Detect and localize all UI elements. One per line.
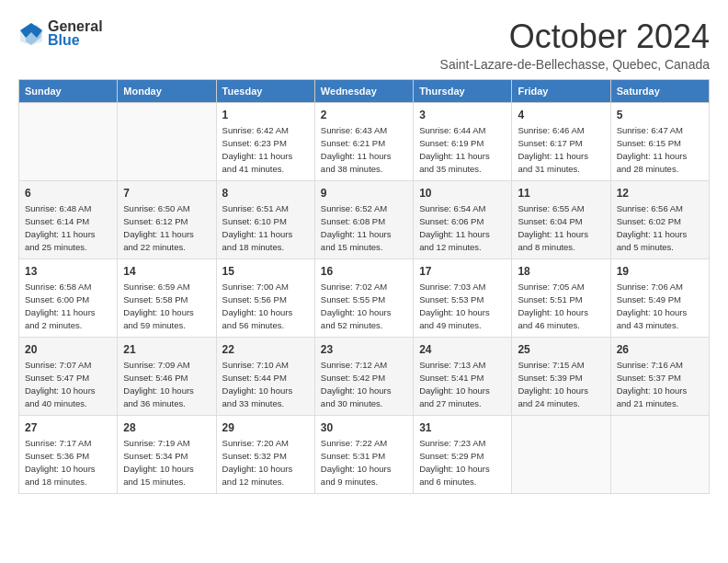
day-number: 12 xyxy=(617,186,703,201)
day-info: Sunrise: 7:17 AMSunset: 5:36 PMDaylight:… xyxy=(25,437,111,488)
calendar-cell: 12Sunrise: 6:56 AMSunset: 6:02 PMDayligh… xyxy=(610,180,709,259)
day-number: 10 xyxy=(419,186,506,201)
day-number: 4 xyxy=(518,108,604,123)
day-info: Sunrise: 6:44 AMSunset: 6:19 PMDaylight:… xyxy=(419,124,506,175)
day-info: Sunrise: 6:56 AMSunset: 6:02 PMDaylight:… xyxy=(617,202,703,253)
calendar-cell: 26Sunrise: 7:16 AMSunset: 5:37 PMDayligh… xyxy=(610,337,709,415)
calendar-cell: 20Sunrise: 7:07 AMSunset: 5:47 PMDayligh… xyxy=(19,337,118,415)
day-number: 6 xyxy=(25,186,111,201)
calendar-table: SundayMondayTuesdayWednesdayThursdayFrid… xyxy=(18,79,710,494)
day-info: Sunrise: 7:06 AMSunset: 5:49 PMDaylight:… xyxy=(617,281,703,331)
day-number: 16 xyxy=(321,264,407,280)
day-info: Sunrise: 6:51 AMSunset: 6:10 PMDaylight:… xyxy=(222,202,309,253)
day-number: 5 xyxy=(617,108,703,123)
day-info: Sunrise: 7:02 AMSunset: 5:55 PMDaylight:… xyxy=(321,281,407,331)
calendar-cell: 17Sunrise: 7:03 AMSunset: 5:53 PMDayligh… xyxy=(414,259,512,337)
day-info: Sunrise: 6:54 AMSunset: 6:06 PMDaylight:… xyxy=(419,202,506,253)
weekday-header: Monday xyxy=(118,79,216,102)
day-info: Sunrise: 6:52 AMSunset: 6:08 PMDaylight:… xyxy=(321,202,407,253)
day-info: Sunrise: 6:55 AMSunset: 6:04 PMDaylight:… xyxy=(518,202,604,253)
calendar-cell: 13Sunrise: 6:58 AMSunset: 6:00 PMDayligh… xyxy=(19,259,118,337)
day-number: 13 xyxy=(25,264,111,280)
weekday-header: Tuesday xyxy=(216,79,314,102)
day-info: Sunrise: 6:43 AMSunset: 6:21 PMDaylight:… xyxy=(321,124,407,175)
calendar-cell: 5Sunrise: 6:47 AMSunset: 6:15 PMDaylight… xyxy=(610,102,709,180)
calendar-cell: 8Sunrise: 6:51 AMSunset: 6:10 PMDaylight… xyxy=(216,180,314,259)
day-number: 17 xyxy=(419,264,506,280)
day-info: Sunrise: 6:46 AMSunset: 6:17 PMDaylight:… xyxy=(518,124,604,175)
day-info: Sunrise: 7:07 AMSunset: 5:47 PMDaylight:… xyxy=(25,359,111,409)
weekday-header: Saturday xyxy=(610,79,709,102)
calendar-cell xyxy=(512,415,610,493)
day-info: Sunrise: 7:03 AMSunset: 5:53 PMDaylight:… xyxy=(419,281,506,331)
page-header: General Blue October 2024 Saint-Lazare-d… xyxy=(18,18,710,72)
calendar-cell: 28Sunrise: 7:19 AMSunset: 5:34 PMDayligh… xyxy=(118,415,216,493)
logo-text: General Blue xyxy=(48,18,103,49)
day-number: 22 xyxy=(222,342,309,358)
day-info: Sunrise: 6:47 AMSunset: 6:15 PMDaylight:… xyxy=(617,124,703,175)
day-number: 29 xyxy=(222,420,309,436)
calendar-cell: 19Sunrise: 7:06 AMSunset: 5:49 PMDayligh… xyxy=(610,259,709,337)
weekday-header: Friday xyxy=(512,79,610,102)
day-info: Sunrise: 7:09 AMSunset: 5:46 PMDaylight:… xyxy=(123,359,210,409)
calendar-week-row: 20Sunrise: 7:07 AMSunset: 5:47 PMDayligh… xyxy=(19,337,710,415)
calendar-week-row: 1Sunrise: 6:42 AMSunset: 6:23 PMDaylight… xyxy=(19,102,710,180)
calendar-week-row: 13Sunrise: 6:58 AMSunset: 6:00 PMDayligh… xyxy=(19,259,710,337)
day-number: 25 xyxy=(518,342,604,358)
calendar-cell: 14Sunrise: 6:59 AMSunset: 5:58 PMDayligh… xyxy=(118,259,216,337)
weekday-header-row: SundayMondayTuesdayWednesdayThursdayFrid… xyxy=(19,79,710,102)
day-info: Sunrise: 7:05 AMSunset: 5:51 PMDaylight:… xyxy=(518,281,604,331)
calendar-cell: 30Sunrise: 7:22 AMSunset: 5:31 PMDayligh… xyxy=(314,415,413,493)
day-number: 9 xyxy=(321,186,407,201)
calendar-cell: 3Sunrise: 6:44 AMSunset: 6:19 PMDaylight… xyxy=(414,102,512,180)
day-number: 19 xyxy=(617,264,703,280)
day-info: Sunrise: 6:59 AMSunset: 5:58 PMDaylight:… xyxy=(123,281,210,331)
calendar-cell xyxy=(610,415,709,493)
day-info: Sunrise: 7:16 AMSunset: 5:37 PMDaylight:… xyxy=(617,359,703,409)
calendar-cell: 10Sunrise: 6:54 AMSunset: 6:06 PMDayligh… xyxy=(414,180,512,259)
calendar-cell: 6Sunrise: 6:48 AMSunset: 6:14 PMDaylight… xyxy=(19,180,118,259)
calendar-body: 1Sunrise: 6:42 AMSunset: 6:23 PMDaylight… xyxy=(19,102,710,493)
weekday-header: Wednesday xyxy=(314,79,413,102)
day-info: Sunrise: 7:23 AMSunset: 5:29 PMDaylight:… xyxy=(419,437,506,488)
location-title: Saint-Lazare-de-Bellechasse, Quebec, Can… xyxy=(440,57,710,72)
day-number: 28 xyxy=(123,420,210,436)
day-number: 31 xyxy=(419,420,506,436)
day-info: Sunrise: 6:42 AMSunset: 6:23 PMDaylight:… xyxy=(222,124,309,175)
day-number: 1 xyxy=(222,108,309,123)
calendar-header: SundayMondayTuesdayWednesdayThursdayFrid… xyxy=(19,79,710,102)
calendar-cell: 11Sunrise: 6:55 AMSunset: 6:04 PMDayligh… xyxy=(512,180,610,259)
calendar-week-row: 6Sunrise: 6:48 AMSunset: 6:14 PMDaylight… xyxy=(19,180,710,259)
calendar-cell: 15Sunrise: 7:00 AMSunset: 5:56 PMDayligh… xyxy=(216,259,314,337)
day-number: 8 xyxy=(222,186,309,201)
calendar-cell xyxy=(19,102,118,180)
day-info: Sunrise: 6:50 AMSunset: 6:12 PMDaylight:… xyxy=(123,202,210,253)
day-info: Sunrise: 7:13 AMSunset: 5:41 PMDaylight:… xyxy=(419,359,506,409)
weekday-header: Sunday xyxy=(19,79,118,102)
calendar-cell: 2Sunrise: 6:43 AMSunset: 6:21 PMDaylight… xyxy=(314,102,413,180)
day-info: Sunrise: 6:58 AMSunset: 6:00 PMDaylight:… xyxy=(25,281,111,331)
calendar-cell: 31Sunrise: 7:23 AMSunset: 5:29 PMDayligh… xyxy=(414,415,512,493)
day-number: 27 xyxy=(25,420,111,436)
calendar-cell: 1Sunrise: 6:42 AMSunset: 6:23 PMDaylight… xyxy=(216,102,314,180)
day-number: 20 xyxy=(25,342,111,358)
calendar-cell: 29Sunrise: 7:20 AMSunset: 5:32 PMDayligh… xyxy=(216,415,314,493)
day-info: Sunrise: 6:48 AMSunset: 6:14 PMDaylight:… xyxy=(25,202,111,253)
calendar-cell xyxy=(118,102,216,180)
day-number: 26 xyxy=(617,342,703,358)
day-info: Sunrise: 7:20 AMSunset: 5:32 PMDaylight:… xyxy=(222,437,309,488)
month-title: October 2024 xyxy=(440,18,710,55)
day-info: Sunrise: 7:12 AMSunset: 5:42 PMDaylight:… xyxy=(321,359,407,409)
day-number: 18 xyxy=(518,264,604,280)
calendar-cell: 18Sunrise: 7:05 AMSunset: 5:51 PMDayligh… xyxy=(512,259,610,337)
calendar-cell: 16Sunrise: 7:02 AMSunset: 5:55 PMDayligh… xyxy=(314,259,413,337)
day-number: 7 xyxy=(123,186,210,201)
calendar-cell: 23Sunrise: 7:12 AMSunset: 5:42 PMDayligh… xyxy=(314,337,413,415)
day-number: 14 xyxy=(123,264,210,280)
day-number: 11 xyxy=(518,186,604,201)
day-info: Sunrise: 7:10 AMSunset: 5:44 PMDaylight:… xyxy=(222,359,309,409)
day-number: 3 xyxy=(419,108,506,123)
day-info: Sunrise: 7:22 AMSunset: 5:31 PMDaylight:… xyxy=(321,437,407,488)
day-info: Sunrise: 7:15 AMSunset: 5:39 PMDaylight:… xyxy=(518,359,604,409)
calendar-cell: 4Sunrise: 6:46 AMSunset: 6:17 PMDaylight… xyxy=(512,102,610,180)
